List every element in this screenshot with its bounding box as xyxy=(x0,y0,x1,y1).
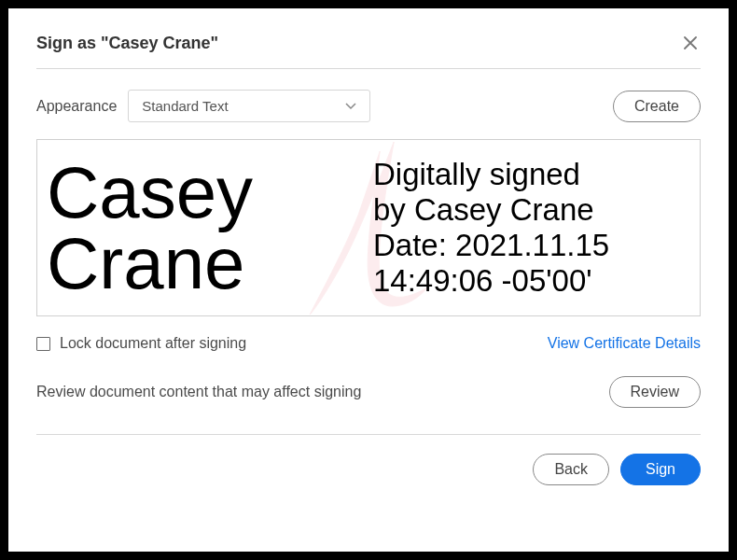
back-button[interactable]: Back xyxy=(533,454,609,485)
signature-preview: Casey Crane Digitally signed by Casey Cr… xyxy=(36,139,701,316)
preview-line3: Date: 2021.11.15 xyxy=(373,228,700,263)
close-button[interactable] xyxy=(680,31,701,55)
signer-name: Casey Crane xyxy=(47,157,253,300)
footer-row: Back Sign xyxy=(36,454,701,485)
review-row: Review document content that may affect … xyxy=(36,376,701,408)
close-icon xyxy=(684,31,697,54)
appearance-row: Appearance Standard Text Create xyxy=(36,90,701,122)
view-certificate-link[interactable]: View Certificate Details xyxy=(548,335,701,352)
sign-button[interactable]: Sign xyxy=(620,454,701,485)
lock-label: Lock document after signing xyxy=(60,335,246,352)
dialog-title: Sign as "Casey Crane" xyxy=(36,34,218,53)
lock-row: Lock document after signing View Certifi… xyxy=(36,335,701,352)
review-button[interactable]: Review xyxy=(609,376,701,408)
preview-name-area: Casey Crane xyxy=(37,140,373,315)
review-text: Review document content that may affect … xyxy=(36,384,361,400)
preview-line4: 14:49:06 -05'00' xyxy=(373,263,700,299)
footer-divider xyxy=(36,434,701,435)
preview-line1: Digitally signed xyxy=(373,157,700,192)
preview-line2: by Casey Crane xyxy=(373,192,700,228)
create-button[interactable]: Create xyxy=(613,91,701,122)
lock-left: Lock document after signing xyxy=(36,335,246,352)
dialog-header: Sign as "Casey Crane" xyxy=(36,31,701,69)
sign-dialog: Sign as "Casey Crane" Appearance Standar… xyxy=(8,8,729,552)
lock-checkbox[interactable] xyxy=(36,337,50,351)
appearance-label: Appearance xyxy=(36,98,117,115)
chevron-down-icon xyxy=(345,101,356,112)
appearance-select[interactable]: Standard Text xyxy=(128,90,370,122)
appearance-selected-value: Standard Text xyxy=(142,98,228,114)
preview-info-area: Digitally signed by Casey Crane Date: 20… xyxy=(373,140,700,315)
